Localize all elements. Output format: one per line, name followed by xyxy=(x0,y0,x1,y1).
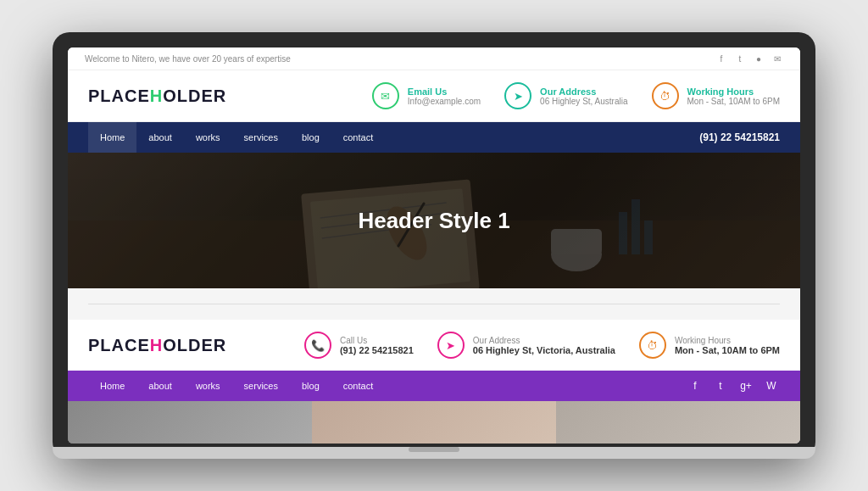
bottom-segment-3 xyxy=(556,401,800,444)
call-label: Call Us xyxy=(340,336,414,345)
hero1: Header Style 1 xyxy=(68,153,800,288)
email-info: ✉ Email Us Info@example.com xyxy=(372,82,481,109)
twitter-icon[interactable]: t xyxy=(734,53,746,64)
welcome-text: Welcome to Nitero, we have over 20 years… xyxy=(85,54,291,64)
nav2-about[interactable]: about xyxy=(136,371,184,401)
hours1-info: ⏱ Working Hours Mon - Sat, 10AM to 6PM xyxy=(652,82,781,109)
divider-section xyxy=(68,288,800,320)
logo2: PLACEHOLDER xyxy=(88,336,226,355)
hours2-label: Working Hours xyxy=(675,336,780,345)
bottom-segment-2 xyxy=(312,401,556,444)
email-icon: ✉ xyxy=(372,82,399,109)
address2-value: 06 Highley St, Victoria, Australia xyxy=(473,345,615,355)
hours2-icon: ⏱ xyxy=(639,332,666,359)
hero1-content: Header Style 1 xyxy=(358,208,509,234)
nav2-social-group: f t g+ W xyxy=(687,377,780,394)
header2-info: 📞 Call Us (91) 22 54215821 ➤ Our Address… xyxy=(304,332,780,359)
address1-icon: ➤ xyxy=(504,82,531,109)
address1-label: Our Address xyxy=(540,86,627,97)
hours1-icon: ⏱ xyxy=(652,82,679,109)
nav2-twitter-icon[interactable]: t xyxy=(712,377,729,394)
address2-icon: ➤ xyxy=(437,332,465,359)
phone-icon: 📞 xyxy=(304,332,331,359)
nav2-wordpress-icon[interactable]: W xyxy=(763,377,780,394)
bottom-segment-1 xyxy=(68,401,312,444)
nav1-blog[interactable]: blog xyxy=(290,122,331,153)
nav2: Home about works services blog contact f… xyxy=(68,371,800,401)
hours2-value: Mon - Sat, 10AM to 6PM xyxy=(675,345,780,355)
instagram-icon[interactable]: ● xyxy=(753,53,765,64)
hours1-value: Mon - Sat, 10AM to 6PM xyxy=(687,97,781,106)
nav1-about[interactable]: about xyxy=(136,122,184,153)
call-value: (91) 22 54215821 xyxy=(340,345,414,355)
hero1-title: Header Style 1 xyxy=(358,208,509,234)
nav1-works[interactable]: works xyxy=(184,122,232,153)
address1-value: 06 Highley St, Australia xyxy=(540,97,627,106)
hours1-label: Working Hours xyxy=(687,86,781,97)
nav1-contact[interactable]: contact xyxy=(331,122,385,153)
hours2-info: ⏱ Working Hours Mon - Sat, 10AM to 6PM xyxy=(639,332,780,359)
logo1: PLACEHOLDER xyxy=(88,86,226,106)
facebook-icon[interactable]: f xyxy=(715,53,727,64)
nav2-works[interactable]: works xyxy=(184,371,232,401)
laptop-base xyxy=(53,447,815,459)
laptop-frame: Welcome to Nitero, we have over 20 years… xyxy=(53,32,815,459)
header1-info: ✉ Email Us Info@example.com ➤ Our Addres… xyxy=(372,82,780,109)
email-label: Email Us xyxy=(408,86,481,97)
nav1-services[interactable]: services xyxy=(232,122,290,153)
nav2-links: Home about works services blog contact xyxy=(88,371,385,401)
email-value: Info@example.com xyxy=(408,97,481,106)
header1: PLACEHOLDER ✉ Email Us Info@example.com … xyxy=(68,70,800,122)
divider-line xyxy=(88,304,780,304)
nav1-home[interactable]: Home xyxy=(88,122,136,153)
address2-label: Our Address xyxy=(473,336,615,345)
nav2-contact[interactable]: contact xyxy=(331,371,385,401)
screen: Welcome to Nitero, we have over 20 years… xyxy=(68,47,800,444)
call-info: 📞 Call Us (91) 22 54215821 xyxy=(304,332,414,359)
address1-info: ➤ Our Address 06 Highley St, Australia xyxy=(504,82,627,109)
nav1: Home about works services blog contact (… xyxy=(68,122,800,153)
top-bar: Welcome to Nitero, we have over 20 years… xyxy=(68,47,800,70)
nav2-blog[interactable]: blog xyxy=(290,371,331,401)
mail-icon[interactable]: ✉ xyxy=(771,53,783,64)
nav2-home[interactable]: Home xyxy=(88,371,136,401)
nav2-services[interactable]: services xyxy=(232,371,290,401)
nav2-googleplus-icon[interactable]: g+ xyxy=(737,377,754,394)
bottom-hero-strip xyxy=(68,401,800,444)
header2: PLACEHOLDER 📞 Call Us (91) 22 54215821 ➤… xyxy=(68,320,800,371)
social-icons-group: f t ● ✉ xyxy=(715,53,783,64)
nav1-links: Home about works services blog contact xyxy=(88,122,385,153)
address2-info: ➤ Our Address 06 Highley St, Victoria, A… xyxy=(437,332,615,359)
nav1-phone: (91) 22 54215821 xyxy=(699,131,780,143)
nav2-facebook-icon[interactable]: f xyxy=(687,377,704,394)
